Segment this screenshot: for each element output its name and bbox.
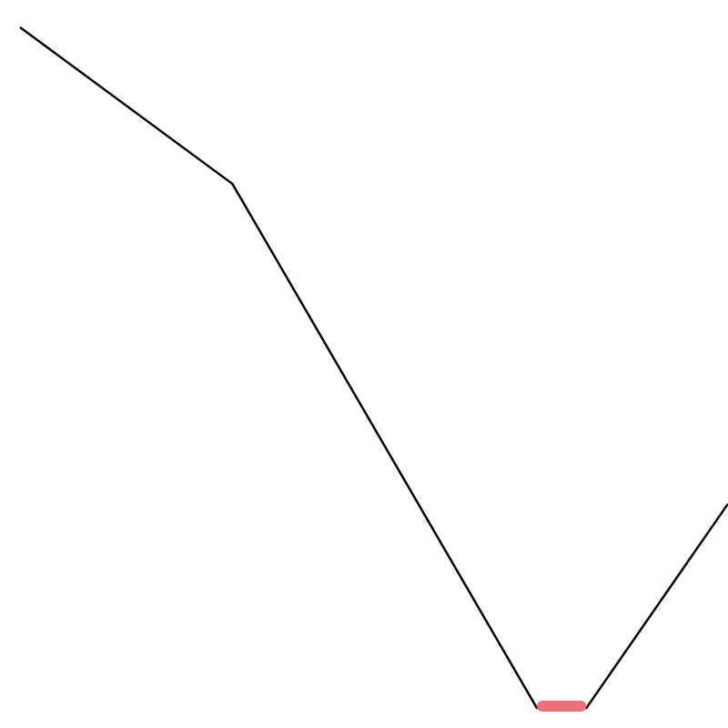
plot-area [0,0,728,712]
optimal-range-marker [537,701,586,712]
chart-container [0,0,728,728]
bottleneck-chart [0,0,728,728]
bottleneck-curve [20,27,728,708]
